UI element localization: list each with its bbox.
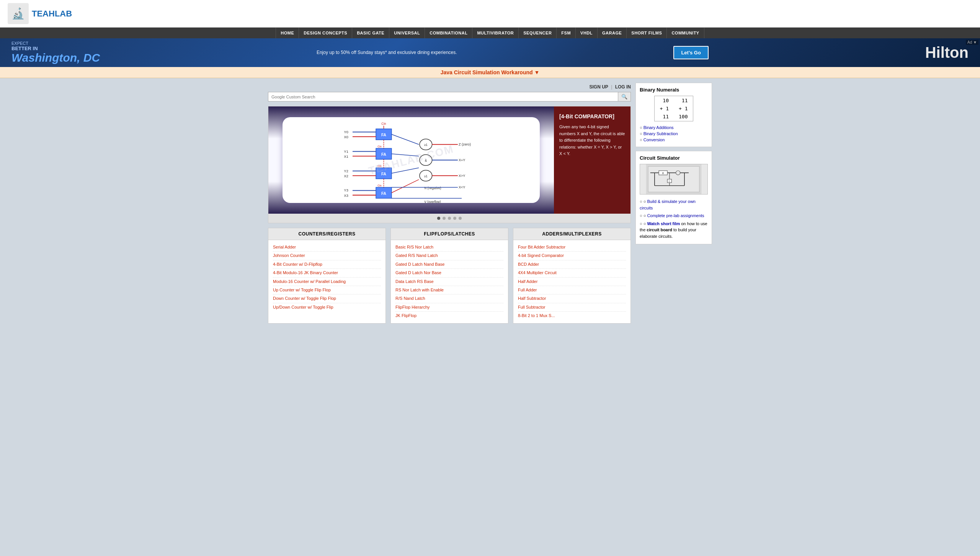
cat-link[interactable]: Gated D Latch Nand Base [395, 260, 503, 269]
cat-link[interactable]: Modulo-16 Counter w/ Parallel Loading [273, 278, 381, 286]
simulator-links: ○ Build & simulate your own circuits○ Co… [640, 198, 708, 240]
nav-item-vhdl[interactable]: VHDL [576, 28, 598, 38]
binary-cell-1-2: 11 [674, 97, 692, 104]
nav-item-garage[interactable]: GARAGE [598, 28, 627, 38]
nav-item-sequencer[interactable]: SEQUENCER [519, 28, 557, 38]
logo-area[interactable]: 🔬 TEAHLAB [8, 3, 72, 24]
circuit-title: [4-Bit COMPARATOR] [559, 113, 625, 121]
search-button[interactable]: 🔍 [618, 92, 631, 101]
sim-link[interactable]: Build & simulate your own circuits [640, 199, 696, 210]
cat-link[interactable]: Up Counter w/ Toggle Flip Flop [273, 286, 381, 294]
nav-item-fsm[interactable]: FSM [557, 28, 576, 38]
banner-brand: Hilton [925, 44, 969, 61]
search-input[interactable] [268, 92, 618, 101]
counters-title: COUNTERS/REGISTERS [268, 228, 385, 240]
cat-link[interactable]: Johnson Counter [273, 252, 381, 260]
sim-link[interactable]: Watch short film [647, 221, 680, 226]
svg-line-29 [392, 168, 419, 173]
binary-row-1: 10 11 [655, 97, 693, 104]
svg-text:Y2: Y2 [344, 169, 348, 173]
circuit-diagram: TEAHLAB.COM FA FA FA FA [268, 106, 554, 214]
binary-link[interactable]: Conversion [644, 137, 665, 142]
cat-link[interactable]: Full Adder [518, 286, 626, 294]
ad-badge[interactable]: Ad ▼ [966, 40, 978, 45]
cat-link[interactable]: Four Bit Adder Subtractor [518, 243, 626, 252]
cat-link[interactable]: Down Counter w/ Toggle Flip Flop [273, 294, 381, 303]
cat-link[interactable]: 4X4 Multiplier Circuit [518, 269, 626, 277]
slide-dot-4[interactable] [453, 217, 456, 220]
auth-bar: SIGN UP | LOG IN [268, 83, 631, 92]
cat-link[interactable]: FlipFlop Hierarchy [395, 303, 503, 312]
svg-text:≥1: ≥1 [424, 175, 428, 178]
signup-link[interactable]: SIGN UP [590, 84, 608, 90]
banner-cta-button[interactable]: Let's Go [673, 46, 709, 59]
svg-line-28 [392, 154, 419, 156]
nav-item-community[interactable]: COMMUNITY [667, 28, 704, 38]
circuit-description: Given any two 4-bit signed numbers X and… [559, 124, 625, 157]
cat-link[interactable]: 4-Bit Counter w/ D-Flipflop [273, 260, 381, 269]
banner-expect: EXPECT [11, 41, 100, 46]
binary-section: Binary Numerals 10 11 + 1 + 1 11 100 Bin… [635, 83, 712, 147]
sim-link-item: ○ Watch short film on how to use the cir… [640, 220, 708, 240]
java-workaround-bar[interactable]: Java Circuit Simulation Workaround ▼ [0, 67, 980, 78]
svg-text:Y3: Y3 [344, 188, 348, 192]
slide-dot-3[interactable] [448, 217, 451, 220]
cat-link[interactable]: Up/Down Counter w/ Toggle Flip [273, 303, 381, 311]
cat-link[interactable]: Half Subtractor [518, 294, 626, 303]
svg-text:X=Y: X=Y [459, 158, 466, 162]
cat-link[interactable]: Full Subtractor [518, 303, 626, 312]
cat-link[interactable]: JK FlipFlop [395, 312, 503, 320]
flipflops-title: FLIPFLOPS/LATCHES [391, 228, 508, 240]
sim-link[interactable]: Complete pre-lab assignments [647, 213, 704, 218]
cat-link[interactable]: 8-Bit 2 to 1 Mux S... [518, 312, 626, 320]
main-content: SIGN UP | LOG IN 🔍 TEAHLAB.COM FA [268, 83, 631, 324]
svg-text:FA: FA [381, 152, 387, 157]
binary-table: 10 11 + 1 + 1 11 100 [654, 96, 694, 121]
simulator-thumbnail: R C [640, 164, 708, 195]
svg-text:Cin: Cin [382, 122, 386, 126]
cat-link[interactable]: Serial Adder [273, 243, 381, 252]
java-workaround-link[interactable]: Java Circuit Simulation Workaround ▼ [441, 69, 540, 75]
binary-link[interactable]: Binary Subtraction [644, 131, 678, 136]
nav-item-combinational[interactable]: COMBINATIONAL [425, 28, 472, 38]
svg-text:V (overflow): V (overflow) [425, 200, 441, 203]
circuit-simulator-section: Circuit Simulator R C [635, 151, 712, 244]
nav-item-design-concepts[interactable]: DESIGN CONCEPTS [299, 28, 352, 38]
nav-item-universal[interactable]: UNIVERSAL [389, 28, 425, 38]
cat-link[interactable]: R/S Nand Latch [395, 294, 503, 303]
main-nav: HOMEDESIGN CONCEPTSBASIC GATEUNIVERSALCO… [0, 28, 980, 38]
binary-link[interactable]: Binary Additions [644, 125, 674, 130]
cat-link[interactable]: Half Adder [518, 278, 626, 286]
auth-separator: | [611, 84, 612, 90]
slide-dot-2[interactable] [443, 217, 446, 220]
slide-dot-5[interactable] [459, 217, 462, 220]
slide-dot-1[interactable] [437, 217, 440, 220]
circuit-svg: FA FA FA FA Y0 X0 [283, 117, 539, 203]
binary-cell-2-2: + 1 [674, 105, 692, 112]
adders-box: ADDERS/MULTIPLEXERS Four Bit Adder Subtr… [513, 228, 631, 324]
cat-link[interactable]: Data Latch RS Base [395, 278, 503, 286]
banner-better: BETTER IN [11, 46, 100, 51]
cat-link[interactable]: RS Nor Latch with Enable [395, 286, 503, 294]
cat-link[interactable]: 4-bit Signed Comparator [518, 252, 626, 260]
cat-link[interactable]: Gated D Latch Nor Base [395, 269, 503, 277]
cat-link[interactable]: 4-Bit Modulo-16 JK Binary Counter [273, 269, 381, 277]
login-link[interactable]: LOG IN [615, 84, 631, 90]
counters-box: COUNTERS/REGISTERS Serial AdderJohnson C… [268, 228, 386, 324]
nav-item-short-films[interactable]: SHORT FILMS [627, 28, 667, 38]
slideshow-dots [268, 214, 630, 223]
cat-link[interactable]: BCD Adder [518, 260, 626, 269]
nav-item-basic-gate[interactable]: BASIC GATE [352, 28, 389, 38]
cat-link[interactable]: Gated R/S Nand Latch [395, 252, 503, 260]
adders-title: ADDERS/MULTIPLEXERS [513, 228, 630, 240]
simulator-svg: R C [640, 164, 707, 194]
svg-text:X1: X1 [344, 155, 348, 159]
binary-row-3: 11 100 [655, 113, 693, 120]
categories-section: COUNTERS/REGISTERS Serial AdderJohnson C… [268, 228, 631, 324]
nav-item-home[interactable]: HOME [276, 28, 299, 38]
nav-item-multivibrator[interactable]: MULTIVIBRATOR [472, 28, 519, 38]
circuit-display: TEAHLAB.COM FA FA FA FA [268, 106, 631, 223]
banner-middle-text: Enjoy up to 50% off Sunday stays* and ex… [317, 49, 457, 56]
cat-link[interactable]: Basic R/S Nor Latch [395, 243, 503, 252]
svg-text:≥1: ≥1 [424, 143, 428, 147]
